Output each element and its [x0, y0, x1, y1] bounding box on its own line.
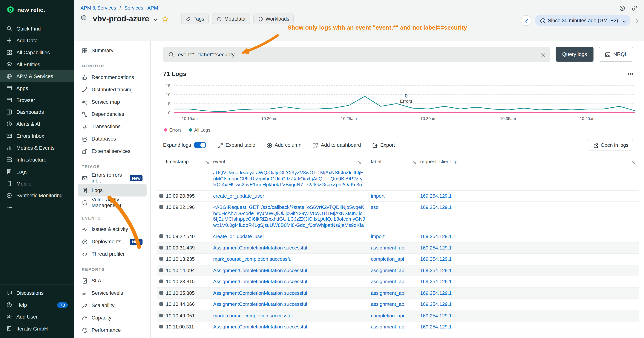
subnav-item-transactions[interactable]: Transactions — [78, 121, 146, 133]
open-in-logs-button[interactable]: Open in logs — [588, 140, 633, 150]
sidebar-item-dashboards[interactable]: Dashboards — [0, 106, 74, 118]
time-back-button[interactable] — [521, 15, 532, 26]
sidebar-footer-item-add-user[interactable]: Add User — [0, 311, 74, 323]
sidebar-item-all-capabilities[interactable]: All Capabilities — [0, 47, 74, 58]
permalink-icon[interactable] — [631, 5, 638, 12]
cell-ip-link[interactable]: 169.254.129.1 — [420, 267, 639, 273]
cell-label-link[interactable]: assignment_api — [371, 290, 420, 296]
more-options-icon[interactable] — [627, 71, 633, 77]
table-row[interactable]: 10:10:49.051 mark_course_completion succ… — [157, 310, 639, 321]
column-header-event[interactable]: event — [213, 159, 371, 165]
table-row[interactable]: 10:10:13.235 mark_course_completion succ… — [157, 254, 639, 265]
sidebar-item-apps[interactable]: Apps — [0, 82, 74, 94]
cell-event-link[interactable]: mark_course_completion successful — [213, 256, 365, 262]
row-checkbox[interactable] — [159, 268, 163, 272]
cell-label-link[interactable]: sso — [371, 204, 420, 210]
row-checkbox[interactable] — [159, 234, 163, 238]
add-to-dashboard-button[interactable]: Add to dashboard — [312, 142, 361, 148]
cell-ip-link[interactable]: 169.254.129.1 — [420, 256, 639, 262]
subnav-item-events[interactable]: EVENTS — [78, 215, 146, 220]
export-button[interactable]: Export — [372, 142, 395, 148]
cell-event-link[interactable]: AssignmentCompletionMutation successful — [213, 290, 365, 296]
subnav-item-summary[interactable]: Summary — [78, 44, 146, 57]
sidebar-item-synthetic-monitoring[interactable]: Synthetic Monitoring — [0, 190, 74, 202]
row-checkbox[interactable] — [159, 245, 163, 249]
table-row[interactable]: 10:11:00.311 AssignmentCompletionMutatio… — [157, 321, 639, 333]
cell-ip-link[interactable]: 169.254.129.1 — [420, 245, 639, 251]
subnav-item-vulnerability-management[interactable]: Vulnerability Management — [78, 196, 146, 209]
subnav-item-thread-profiler[interactable]: Thread profiler — [78, 248, 146, 260]
expand-table-button[interactable]: Expand table — [217, 142, 255, 148]
table-row[interactable]: 10:10:23.815 AssignmentCompletionMutatio… — [157, 276, 639, 287]
cell-ip-link[interactable]: 169.254.129.1 — [420, 204, 639, 210]
cell-event-link[interactable]: mark_course_completion successful — [213, 312, 365, 318]
cell-ip-link[interactable]: 169.254.129.1 — [420, 279, 639, 285]
table-row[interactable]: JUQVU&code=eyJraWQiOiJjcGltY29yZV8wOTl1M… — [157, 167, 639, 191]
cell-label-link[interactable]: assignment_api — [371, 279, 420, 285]
sidebar-item-logs[interactable]: Logs — [0, 166, 74, 178]
remove-column-icon[interactable] — [630, 159, 635, 164]
row-checkbox[interactable] — [159, 257, 163, 261]
remove-column-icon[interactable] — [412, 159, 416, 164]
remove-column-icon[interactable] — [356, 159, 361, 164]
subnav-item-monitor[interactable]: MONITOR — [78, 63, 146, 68]
logs-query-input[interactable] — [178, 51, 536, 57]
cell-event-link[interactable]: create_or_update_user — [213, 193, 365, 199]
toggle-switch-on[interactable] — [194, 142, 206, 148]
cell-label-link[interactable]: import — [371, 193, 420, 199]
row-checkbox[interactable] — [159, 194, 163, 198]
cell-ip-link[interactable]: 169.254.129.1 — [420, 193, 639, 199]
cell-event-link[interactable]: <ASGIRequest: GET '/sso/callback/?state=… — [213, 204, 365, 228]
breadcrumb-link-services-apm[interactable]: Services - APM — [124, 5, 158, 11]
subnav-item-triage[interactable]: TRIAGE — [78, 164, 146, 169]
subnav-item-deployments[interactable]: Deployments New — [78, 236, 146, 248]
pill-metadata[interactable]: Metadata — [212, 14, 250, 24]
cell-event-link[interactable]: AssignmentCompletionMutation successful — [213, 245, 365, 251]
cell-event-link[interactable]: create_or_update_user — [213, 234, 365, 240]
sidebar-item-metrics-events[interactable]: Metrics & Events — [0, 142, 74, 154]
subnav-item-external-services[interactable]: External services — [78, 145, 146, 157]
query-logs-button[interactable]: Query logs — [556, 47, 594, 62]
time-picker[interactable]: Since 30 minutes ago (GMT+2) — [534, 15, 630, 26]
subnav-item-databases[interactable]: Databases — [78, 133, 146, 145]
nrql-button[interactable]: NRQL — [599, 47, 633, 62]
table-row[interactable]: 10:10:44.066 AssignmentCompletionMutatio… — [157, 299, 639, 310]
table-row[interactable]: 10:09:22.540 create_or_update_user impor… — [157, 231, 639, 242]
cell-label-link[interactable]: assignment_api — [371, 267, 420, 273]
subnav-item-performance[interactable]: Performance — [78, 324, 146, 336]
sidebar-item-all-entities[interactable]: All Entities — [0, 58, 74, 70]
pill-workloads[interactable]: Workloads — [253, 14, 294, 24]
entity-switcher-caret-icon[interactable] — [152, 16, 158, 22]
subnav-item-distributed-tracing[interactable]: Distributed tracing — [78, 84, 146, 96]
subnav-item-issues-activity[interactable]: Issues & activity — [78, 223, 146, 236]
row-checkbox[interactable] — [159, 291, 163, 294]
row-checkbox[interactable] — [159, 302, 163, 306]
help-icon[interactable] — [619, 5, 626, 12]
subnav-item-sla[interactable]: SLA — [78, 274, 146, 287]
row-checkbox[interactable] — [159, 280, 163, 283]
column-header-label[interactable]: label — [371, 159, 420, 165]
legend-item-errors[interactable]: Errors — [164, 127, 182, 132]
sidebar-footer-item-discussions[interactable]: Discussions — [0, 287, 74, 299]
new-relic-logo[interactable]: new relic. — [0, 0, 74, 18]
pill-tags[interactable]: Tags — [181, 14, 209, 24]
row-checkbox[interactable] — [159, 325, 163, 328]
sidebar-item-alerts-ai[interactable]: Alerts & AI — [0, 118, 74, 130]
cell-ip-link[interactable]: 169.254.129.1 — [420, 312, 639, 318]
subnav-item-service-map[interactable]: Service map — [78, 96, 146, 108]
cell-event-link[interactable]: AssignmentCompletionMutation successful — [213, 279, 365, 285]
table-row[interactable]: 10:09:31.439 AssignmentCompletionMutatio… — [157, 242, 639, 254]
subnav-item-service-levels[interactable]: Service levels — [78, 287, 146, 299]
subnav-item-capacity[interactable]: Capacity — [78, 312, 146, 324]
row-checkbox[interactable] — [159, 313, 163, 317]
sidebar-footer-item-help[interactable]: Help 70 — [0, 299, 74, 311]
cell-ip-link[interactable]: 169.254.129.1 — [420, 301, 639, 307]
legend-item-all-logs[interactable]: All Logs — [189, 127, 210, 132]
breadcrumb-link-apm-services[interactable]: APM & Services — [80, 5, 116, 11]
table-row[interactable]: 10:09:22.196 <ASGIRequest: GET '/sso/cal… — [157, 202, 639, 231]
cell-ip-link[interactable]: 169.254.129.1 — [420, 324, 639, 330]
sidebar-item-errors-inbox[interactable]: Errors Inbox — [0, 130, 74, 142]
sidebar-item-add-data[interactable]: Add Data — [0, 35, 74, 47]
favorite-star-icon[interactable] — [161, 15, 169, 22]
column-header-timestamp[interactable]: timestamp — [165, 159, 213, 165]
